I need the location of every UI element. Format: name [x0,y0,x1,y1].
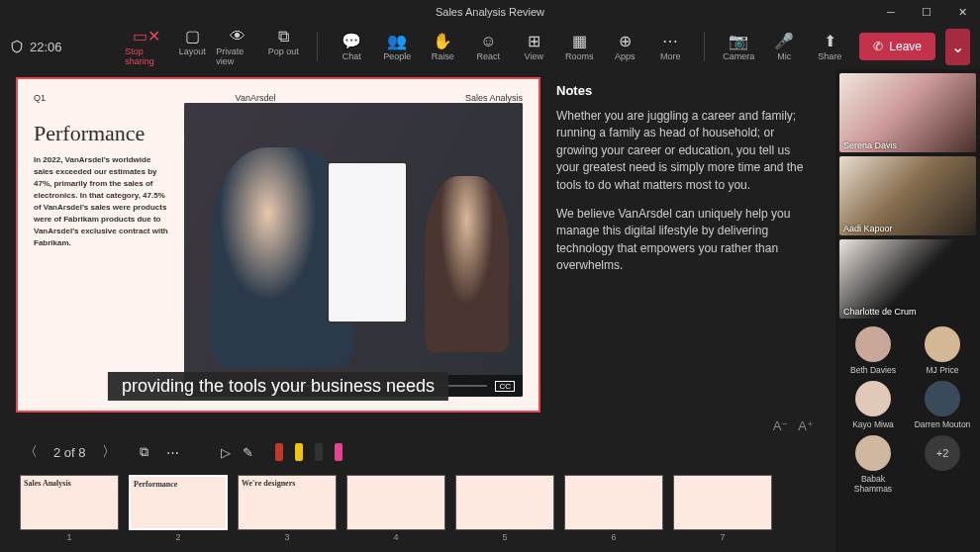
slide-thumbnail[interactable]: 7 [673,475,772,542]
participant-avatar[interactable]: Kayo Miwa [841,381,905,429]
participant-tile[interactable]: Aadi Kapoor [839,156,976,235]
layout-icon: ▢ [185,28,200,46]
grid-view-button[interactable]: ⧉ [140,444,148,460]
slide-quarter: Q1 [34,93,46,103]
cursor-tool-button[interactable]: ▷ [221,445,231,460]
view-button[interactable]: ⊞View [512,30,555,64]
prev-slide-button[interactable]: 〈 [20,441,42,463]
slide-thumbnail[interactable]: Sales Analysis1 [20,475,119,542]
more-button[interactable]: ⋯More [648,30,692,64]
close-button[interactable]: ✕ [944,0,980,24]
leave-options-button[interactable]: ⌄ [945,29,970,65]
mic-icon: 🎤 [774,33,794,50]
font-decrease-button[interactable]: A⁻ [773,418,789,433]
slide-brand: VanArsdel [236,93,276,103]
participant-tile[interactable]: Charlotte de Crum [839,239,976,319]
chat-icon: 💬 [342,33,361,50]
slide-thumbnail[interactable]: We're designers3 [238,475,337,542]
notes-panel: Notes Whether you are juggling a career … [552,77,820,413]
slide-title: Sales Analysis [465,93,523,103]
participant-name: Kayo Miwa [852,419,894,429]
stop-sharing-icon: ▭✕ [133,28,160,46]
hangup-icon: ✆ [873,40,883,53]
slide-nav: 〈 2 of 8 〉 ⧉ ⋯ ▷ ✎ [16,433,828,471]
more-participants-button[interactable]: +2 [911,435,974,494]
cc-button[interactable]: CC [495,381,515,392]
ellipsis-icon: ⋯ [662,33,678,50]
participant-name: Babak Shammas [841,474,905,494]
pop-out-button[interactable]: ⧉Pop out [261,25,305,59]
marker-yellow[interactable] [295,443,303,461]
camera-icon: 📷 [729,33,748,50]
slide-heading: Performance [34,121,172,146]
participant-tile[interactable]: Serena Davis [839,73,976,152]
participant-name: Darren Mouton [915,419,971,429]
slide-thumbnail[interactable]: 4 [346,475,445,542]
current-slide: Q1 VanArsdel Sales Analysis Performance … [16,77,540,413]
video-caption: providing the tools your business needs [108,372,448,401]
grid-icon: ⊞ [528,33,540,50]
apps-icon: ⊕ [619,33,632,50]
thumb-number: 4 [393,532,398,542]
chevron-down-icon: ⌄ [951,39,964,55]
maximize-button[interactable]: ☐ [909,0,944,24]
eye-icon: 👁 [230,28,245,46]
mic-button[interactable]: 🎤Mic [762,30,806,64]
thumb-number: 3 [284,532,289,542]
next-slide-button[interactable]: 〉 [98,441,120,463]
window-title: Sales Analysis Review [436,6,544,18]
share-icon: ⬆ [824,33,836,50]
pop-out-icon: ⧉ [278,28,289,46]
slide-thumbnail[interactable]: 5 [455,475,554,542]
thumb-number: 5 [502,532,507,542]
more-nav-button[interactable]: ⋯ [166,445,179,460]
participant-name: Aadi Kapoor [843,224,893,233]
thumb-number: 7 [720,532,725,542]
thumb-number: 1 [66,532,71,542]
thumb-number: 2 [175,532,180,542]
slide-thumbnails: Sales Analysis1Performance2We're designe… [16,471,828,550]
minimize-button[interactable]: ─ [873,0,909,24]
notes-paragraph: We believe VanArsdel can uniquely help y… [556,206,812,275]
camera-button[interactable]: 📷Camera [717,30,760,64]
notes-label: Notes [556,83,812,98]
rooms-button[interactable]: ▦Rooms [557,30,601,64]
slide-thumbnail[interactable]: Performance2 [129,475,228,542]
participant-name: Charlotte de Crum [843,307,917,317]
participant-name: MJ Price [926,365,958,375]
slide-thumbnail[interactable]: 6 [564,475,663,542]
people-button[interactable]: 👥People [375,30,419,64]
marker-black[interactable] [315,443,323,461]
participant-avatar[interactable]: MJ Price [911,326,974,375]
private-view-button[interactable]: 👁Private view [216,25,259,69]
participant-avatar[interactable]: Beth Davies [841,326,905,375]
hand-icon: ✋ [433,33,452,50]
meeting-timer: 22:06 [10,40,62,54]
layout-button[interactable]: ▢Layout [170,25,214,59]
marker-red[interactable] [275,443,283,461]
shield-icon [10,40,24,53]
marker-pink[interactable] [335,443,343,461]
participant-avatar[interactable]: Babak Shammas [841,435,905,494]
people-icon: 👥 [387,33,407,50]
chat-button[interactable]: 💬Chat [330,30,373,64]
pen-tool-button[interactable]: ✎ [243,445,253,460]
thumb-number: 6 [611,532,616,542]
participant-avatar[interactable]: Darren Mouton [911,381,974,429]
participant-name: Serena Davis [843,140,897,150]
apps-button[interactable]: ⊕Apps [603,30,646,64]
stop-sharing-button[interactable]: ▭✕Stop sharing [125,25,168,69]
title-bar: Sales Analysis Review ─ ☐ ✕ [0,0,980,24]
share-button[interactable]: ⬆Share [808,30,851,64]
font-increase-button[interactable]: A⁺ [798,418,814,433]
rooms-icon: ▦ [572,33,587,50]
participant-name: Beth Davies [850,365,896,375]
participants-panel: Serena DavisAadi KapoorCharlotte de Crum… [835,69,980,552]
slide-counter: 2 of 8 [53,445,86,460]
slide-video[interactable]: ▷ 🔊 0:28 / 2:01 CC [184,103,523,397]
react-icon: ☺ [480,33,496,50]
notes-paragraph: Whether you are juggling a career and fa… [556,108,812,194]
react-button[interactable]: ☺React [466,30,510,64]
raise-hand-button[interactable]: ✋Raise [421,30,464,64]
leave-button[interactable]: ✆Leave [859,33,935,60]
